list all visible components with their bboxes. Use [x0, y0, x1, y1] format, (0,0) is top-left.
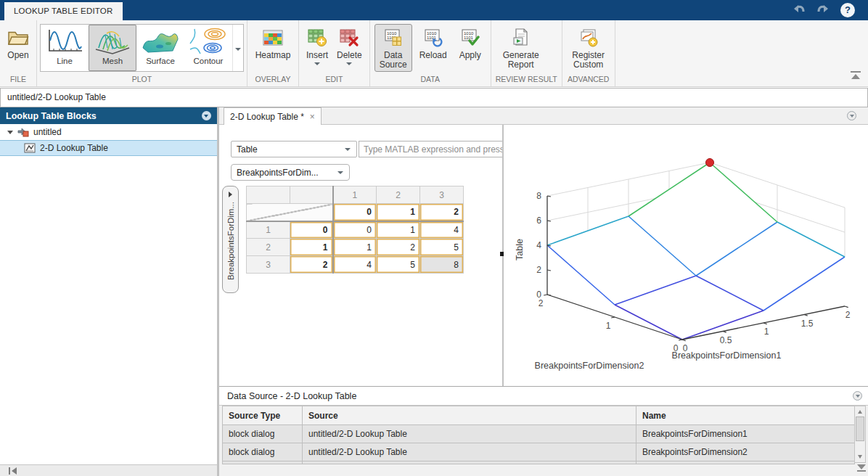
tab-2d-lookup-table[interactable]: 2-D Lookup Table * ×	[224, 107, 322, 125]
column-header[interactable]: Name	[636, 406, 855, 425]
chevron-down-icon	[235, 48, 241, 51]
grid-header-row: 1 2 3	[247, 186, 464, 204]
svg-text:0.5: 0.5	[720, 335, 732, 345]
register-custom-icon	[578, 26, 599, 49]
svg-text:1101: 1101	[427, 36, 437, 40]
gallery-dropdown-button[interactable]	[232, 25, 243, 71]
row-breakpoint-cell[interactable]: 0	[290, 221, 333, 239]
register-custom-button[interactable]: Register Custom	[567, 24, 610, 72]
mesh-plot: 00.511.5201202468BreakpointsForDimension…	[504, 141, 868, 386]
model-icon	[17, 127, 29, 137]
expand-panel-icon[interactable]	[229, 192, 232, 197]
close-tab-icon[interactable]: ×	[310, 112, 315, 122]
heatmap-button[interactable]: Heatmap	[252, 24, 294, 62]
chevron-down-icon	[337, 171, 343, 174]
chevron-down-icon	[314, 62, 320, 65]
svg-text:0: 0	[536, 290, 541, 300]
plot-type-line[interactable]: Line	[41, 25, 89, 71]
vertical-scrollbar[interactable]	[854, 406, 866, 463]
breadcrumb[interactable]: untitled/2-D Lookup Table	[0, 88, 868, 107]
svg-text:BreakpointsForDimension1: BreakpointsForDimension1	[672, 350, 782, 361]
ribbon-group-plot: Line Mesh	[37, 20, 247, 86]
group-label-edit: EDIT	[299, 75, 369, 86]
table-value-cell[interactable]: 2	[377, 239, 420, 256]
lookup-table-blocks-panel: Lookup Table Blocks untitled 2-D Lookup …	[0, 107, 218, 464]
collapse-bottom-icon[interactable]	[856, 463, 867, 473]
table-value-cell[interactable]: 1	[377, 221, 420, 239]
selected-table-value-cell[interactable]: 8	[420, 256, 464, 274]
col-breakpoint-cell[interactable]: 2	[420, 204, 464, 221]
svg-text:1.5: 1.5	[801, 319, 814, 329]
delete-button[interactable]: Delete	[334, 24, 365, 67]
collapse-ribbon-icon[interactable]	[848, 70, 864, 81]
redo-icon[interactable]	[819, 5, 828, 12]
collapse-panel-icon[interactable]	[853, 391, 862, 401]
tab-lookup-table-editor[interactable]: LOOKUP TABLE EDITOR	[4, 2, 123, 20]
undo-redo-icons[interactable]	[790, 3, 833, 17]
ribbon-group-file: Open FILE	[0, 20, 37, 86]
help-icon[interactable]: ?	[840, 3, 855, 17]
ribbon: Open FILE Line	[0, 20, 868, 87]
tree-expander-icon[interactable]	[7, 131, 13, 134]
table-row: 1 0 0 1 4	[247, 221, 464, 239]
insert-button[interactable]: Insert	[303, 24, 331, 67]
data-source-button[interactable]: 1010 1101 Data Source	[374, 24, 412, 72]
table-value-cell[interactable]: 5	[420, 239, 464, 256]
collapsed-breakpoints-panel[interactable]: BreakpointsForDim...	[222, 186, 239, 293]
scroll-down-icon[interactable]	[858, 455, 862, 459]
table-value-cell[interactable]: 0	[333, 221, 377, 239]
table-row: 2 1 1 2 5	[247, 239, 464, 256]
plot-type-surface[interactable]: Surface	[136, 25, 184, 71]
ribbon-group-overlay: Heatmap OVERLAY	[247, 20, 299, 86]
svg-text:1010: 1010	[427, 31, 437, 36]
table-selector-dropdown[interactable]: Table	[231, 141, 357, 157]
breadcrumb-path: untitled/2-D Lookup Table	[1, 89, 867, 107]
folder-icon	[7, 26, 29, 49]
data-source-panel-title: Data Source - 2-D Lookup Table	[219, 391, 853, 401]
heatmap-icon	[263, 26, 283, 49]
tree-item-untitled[interactable]: untitled	[0, 124, 217, 140]
scroll-up-icon[interactable]	[858, 410, 862, 414]
spreadsheet-panel: Table BreakpointsForDim... BreakpointsFo…	[219, 125, 502, 386]
table-value-cell[interactable]: 1	[333, 239, 377, 256]
ribbon-group-edit: Insert Delete EDIT	[299, 20, 370, 86]
column-header[interactable]: Source Type	[223, 406, 303, 425]
table-value-cell[interactable]: 5	[377, 256, 420, 274]
plot-type-contour[interactable]: Contour	[184, 25, 232, 71]
data-source-table: Source Type Source Name block dialog unt…	[222, 406, 855, 464]
table-value-cell[interactable]: 4	[333, 256, 377, 274]
open-button[interactable]: Open	[4, 24, 32, 62]
ribbon-group-advanced: Register Custom ADVANCED	[562, 20, 615, 86]
lookup-table-block-icon	[24, 143, 36, 153]
plot-panel: 00.511.5201202468BreakpointsForDimension…	[504, 125, 868, 386]
breakpoint-selector-dropdown[interactable]: BreakpointsForDim...	[231, 164, 350, 181]
collapse-document-area-icon[interactable]	[847, 111, 856, 120]
table-row: 3 2 4 5 8	[247, 256, 464, 274]
tree-item-2d-lookup-table[interactable]: 2-D Lookup Table	[0, 140, 217, 156]
col-breakpoint-cell[interactable]: 1	[377, 204, 420, 221]
scrollbar-thumb[interactable]	[856, 416, 864, 441]
col-breakpoint-cell[interactable]: 0	[333, 204, 377, 221]
col-header: 3	[420, 186, 464, 204]
contour-plot-icon	[187, 27, 229, 56]
apply-button[interactable]: 1010 1101 Apply	[454, 24, 486, 62]
row-breakpoint-cell[interactable]: 1	[290, 239, 333, 256]
collapse-panel-icon[interactable]	[202, 111, 211, 120]
row-breakpoint-cell[interactable]: 2	[290, 256, 333, 274]
collapse-left-icon[interactable]	[7, 467, 19, 475]
reload-button[interactable]: 1010 1101 Reload	[415, 24, 451, 62]
row-header: 1	[247, 221, 290, 239]
column-header[interactable]: Source	[303, 406, 636, 425]
generate-report-button[interactable]: Generate Report	[496, 24, 546, 72]
svg-text:1: 1	[764, 327, 769, 337]
matlab-expression-input[interactable]	[359, 141, 502, 157]
ribbon-group-review-result: Generate Report REVIEW RESULT	[491, 20, 562, 86]
undo-icon[interactable]	[794, 5, 803, 12]
left-panel-title: Lookup Table Blocks	[0, 111, 202, 121]
plot-type-mesh[interactable]: Mesh	[89, 25, 136, 71]
table-row[interactable]: block dialog untitled/2-D Lookup Table B…	[223, 425, 855, 443]
apply-icon: 1010 1101	[461, 26, 480, 49]
tree-item-label: untitled	[33, 127, 62, 137]
table-row[interactable]: block dialog untitled/2-D Lookup Table B…	[223, 443, 855, 461]
table-value-cell[interactable]: 4	[420, 221, 464, 239]
